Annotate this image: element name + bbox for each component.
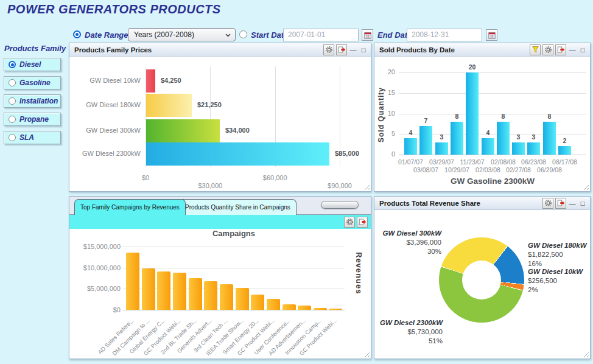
campaign-bar[interactable]: [251, 295, 264, 310]
x-tick: 02/08/08: [487, 158, 520, 166]
campaign-bar[interactable]: [314, 308, 327, 310]
settings-button[interactable]: [542, 44, 553, 55]
date-range-radio[interactable]: [73, 30, 81, 38]
sold-bar[interactable]: [558, 146, 571, 155]
campaign-bar[interactable]: [157, 271, 170, 310]
tab-top-family-campaigns[interactable]: Top Family Campaigns by Revenues: [74, 199, 186, 215]
sidebar-option-sla[interactable]: SLA: [4, 131, 61, 144]
panel-products-family-prices: Products Family Prices — □ GW Diesel 10k…: [69, 43, 371, 192]
export-button[interactable]: [555, 44, 566, 55]
campaigns-chart: Campaigns$0$5,000,000$10,000,000$15,000,…: [69, 229, 371, 359]
filter-button[interactable]: [530, 44, 541, 55]
donut-chart[interactable]: [439, 237, 524, 323]
value-label: 2: [556, 137, 574, 144]
end-date-input[interactable]: 2008-12-31: [407, 29, 482, 41]
price-bar[interactable]: [146, 69, 155, 93]
export-icon: [557, 199, 565, 207]
campaign-bar[interactable]: [236, 288, 249, 310]
slice-value: $256,500: [528, 276, 590, 285]
page-title: POWER GENERATORS PRODUCTS: [7, 2, 221, 16]
x-tick: 10/29/07: [441, 166, 474, 173]
radio-icon[interactable]: [9, 61, 16, 68]
collapse-splitter-handle[interactable]: [321, 201, 359, 209]
price-bar[interactable]: [146, 119, 220, 142]
x-tick: 01/07/07: [395, 158, 427, 166]
slice-percent: 2%: [528, 285, 590, 295]
option-label: SLA: [19, 133, 34, 142]
slice-value: $3,396,000: [374, 238, 441, 247]
sold-bar[interactable]: [497, 122, 510, 155]
slice-name: GW Diesel 2300kW: [376, 318, 443, 327]
option-label: Propane: [19, 115, 49, 124]
radio-icon[interactable]: [9, 79, 16, 86]
minimize-button[interactable]: —: [349, 44, 357, 55]
donut-label-2: GW Diesel 180kW$1,822,50016%: [528, 241, 590, 268]
maximize-button[interactable]: □: [578, 44, 587, 55]
panel-title: Products Total Revenue Share: [377, 200, 542, 207]
gridline: [123, 247, 345, 247]
maximize-button[interactable]: □: [359, 44, 368, 55]
y-axis-title: Sold Quantity: [377, 87, 385, 142]
export-button[interactable]: [357, 217, 368, 228]
value-label: 4: [479, 129, 497, 136]
minimize-button[interactable]: —: [568, 44, 577, 55]
gridline: [399, 93, 586, 94]
panel-header: Products Family Prices — □: [69, 43, 371, 57]
sidebar-option-installation[interactable]: Installation: [4, 94, 61, 108]
value-label: 3: [433, 133, 451, 141]
sold-bar[interactable]: [527, 142, 540, 155]
gear-icon: [325, 46, 333, 54]
settings-button[interactable]: [344, 217, 355, 228]
category-label: GW Diesel 2300kW: [69, 150, 141, 157]
category-label: GW Diesel 10kW: [69, 77, 141, 84]
maximize-button[interactable]: □: [578, 198, 587, 209]
campaign-bar[interactable]: [189, 278, 202, 310]
start-date-calendar-button[interactable]: [362, 29, 373, 41]
radio-icon[interactable]: [9, 134, 16, 141]
campaign-bar[interactable]: [282, 304, 296, 310]
sold-bar[interactable]: [419, 126, 432, 155]
sold-bar[interactable]: [543, 122, 556, 155]
price-bar[interactable]: [146, 94, 192, 117]
campaign-bar[interactable]: [142, 268, 155, 310]
campaign-bar[interactable]: [329, 309, 342, 310]
campaign-bar[interactable]: [267, 299, 280, 310]
x-tick: $0: [124, 174, 167, 181]
gear-icon: [544, 46, 552, 54]
end-date-calendar-button[interactable]: [486, 29, 497, 41]
campaign-bar[interactable]: [126, 253, 139, 310]
gridline: [399, 155, 586, 155]
price-bar[interactable]: [146, 142, 329, 166]
sold-bar[interactable]: [451, 122, 463, 155]
sold-bar[interactable]: [466, 72, 479, 155]
start-date-radio[interactable]: [239, 30, 247, 38]
date-range-select[interactable]: Years (2007-2008): [128, 28, 236, 41]
sidebar-option-gasoline[interactable]: Gasoline: [4, 76, 61, 89]
export-button[interactable]: [555, 198, 566, 209]
x-tick: 03/29/07: [426, 158, 458, 166]
tab-products-quantity-share[interactable]: Products Quantity Share in Campaigns: [179, 199, 296, 215]
settings-button[interactable]: [323, 44, 334, 55]
prices-chart: GW Diesel 10kW$4,250GW Diesel 180kW$21,2…: [69, 57, 371, 191]
sold-bar[interactable]: [404, 138, 417, 155]
minimize-button[interactable]: —: [568, 198, 577, 209]
panel-header: Products Total Revenue Share — □: [374, 197, 590, 210]
gridline: [123, 289, 345, 289]
date-range-selected-value: Years (2007-2008): [134, 30, 194, 39]
start-date-input[interactable]: 2007-01-01: [283, 29, 359, 41]
settings-button[interactable]: [542, 198, 553, 209]
sold-bar[interactable]: [435, 142, 448, 155]
radio-icon[interactable]: [9, 116, 16, 123]
campaign-bar[interactable]: [204, 281, 217, 310]
radio-icon[interactable]: [9, 97, 16, 105]
sidebar-option-propane[interactable]: Propane: [4, 113, 61, 126]
sold-bar[interactable]: [482, 138, 494, 155]
sold-bar[interactable]: [512, 142, 525, 155]
export-button[interactable]: [336, 44, 347, 55]
campaign-bar[interactable]: [173, 273, 186, 310]
slice-value: $5,730,000: [376, 327, 443, 337]
campaign-bar[interactable]: [298, 306, 311, 310]
sidebar-option-diesel[interactable]: Diesel: [4, 58, 61, 71]
donut-label-4: GW Diesel 2300kW$5,730,00051%: [376, 318, 443, 346]
campaign-bar[interactable]: [220, 284, 233, 310]
